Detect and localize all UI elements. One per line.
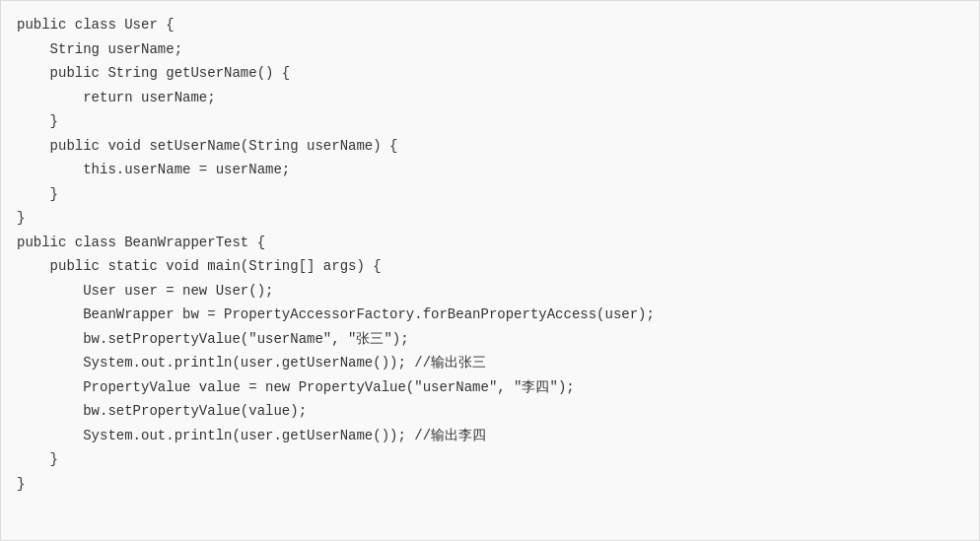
code-line: public void setUserName(String userName)… — [17, 134, 963, 159]
code-line: } — [17, 206, 963, 231]
code-line: User user = new User(); — [17, 279, 963, 304]
code-line: } — [17, 447, 963, 472]
code-line: String userName; — [17, 37, 963, 62]
code-line: public class BeanWrapperTest { — [17, 231, 963, 255]
code-line: PropertyValue value = new PropertyValue(… — [17, 375, 963, 400]
code-line: } — [17, 109, 963, 134]
code-line: bw.setPropertyValue(value); — [17, 399, 963, 424]
code-line: public class User { — [17, 13, 963, 37]
code-line: public String getUserName() { — [17, 61, 963, 86]
code-line: public static void main(String[] args) { — [17, 254, 963, 279]
code-line: return userName; — [17, 86, 963, 110]
code-line: } — [17, 472, 963, 497]
code-line: this.userName = userName; — [17, 158, 963, 182]
code-block: public class User { String userName; pub… — [0, 0, 980, 541]
code-line: BeanWrapper bw = PropertyAccessorFactory… — [17, 303, 963, 327]
code-line: System.out.println(user.getUserName()); … — [17, 351, 963, 375]
code-line: System.out.println(user.getUserName()); … — [17, 424, 963, 448]
code-line: } — [17, 182, 963, 207]
code-line: bw.setPropertyValue("userName", "张三"); — [17, 327, 963, 352]
